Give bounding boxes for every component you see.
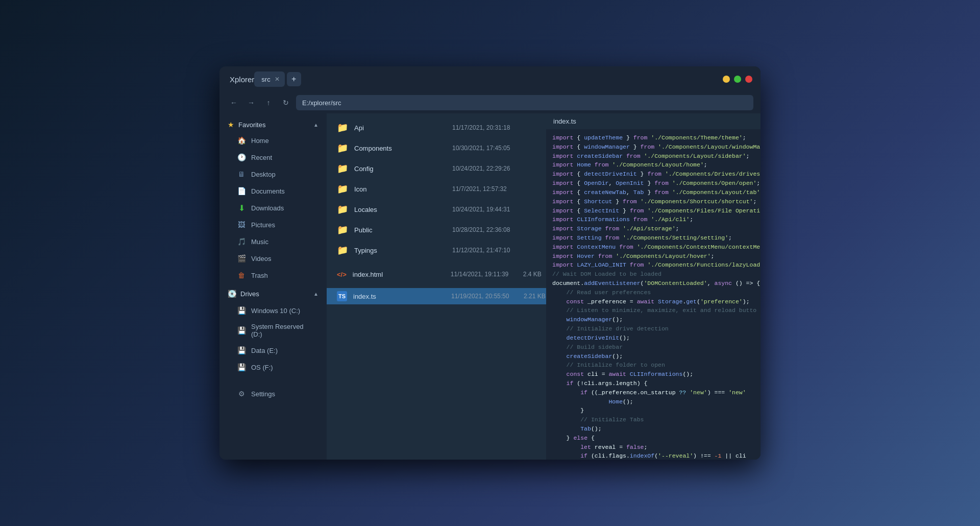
drives-header: 💽 Drives ▲ — [219, 285, 327, 302]
code-line: // Initialize drive detection — [552, 324, 754, 333]
forward-button[interactable]: → — [244, 95, 258, 110]
code-line: // Read user preferences — [552, 288, 754, 297]
settings-item[interactable]: ⚙ Settings — [223, 386, 324, 402]
code-line: const _preference = await Storage.get('p… — [552, 297, 754, 306]
minimize-button[interactable] — [723, 76, 730, 83]
file-date: 10/24/2021, 22:29:26 — [452, 165, 519, 172]
file-row-locales[interactable]: 📁 Locales 10/24/2021, 19:44:31 File Fold… — [327, 199, 546, 220]
code-line: import LAZY_LOAD_INIT from './Components… — [552, 260, 754, 270]
add-tab-button[interactable]: + — [287, 72, 301, 86]
file-date: 10/24/2021, 19:44:31 — [452, 206, 519, 213]
sidebar-item-recent[interactable]: 🕐 Recent — [223, 149, 324, 165]
file-date: 11/12/2021, 21:47:10 — [452, 247, 519, 254]
code-line: } else { — [552, 434, 754, 443]
file-row-public[interactable]: 📁 Public 10/28/2021, 22:36:08 File Folde… — [327, 220, 546, 240]
file-row-icon[interactable]: 📁 Icon 11/7/2021, 12:57:32 File Folder — [327, 179, 546, 199]
file-row-components[interactable]: 📁 Components 10/30/2021, 17:45:05 File F… — [327, 138, 546, 158]
sidebar-item-videos[interactable]: 🎬 Videos — [223, 250, 324, 267]
code-line: createSidebar(); — [552, 352, 754, 361]
back-button[interactable]: ← — [227, 95, 241, 110]
refresh-button[interactable]: ↻ — [279, 95, 293, 110]
sidebar-item-sysreserved[interactable]: 💾 System Reserved (D:) — [223, 319, 324, 342]
code-line: if ((_preference.on_startup ?? 'new') ==… — [552, 388, 754, 397]
sidebar-label-os: OS (F:) — [251, 364, 273, 371]
main-window: Xplorer src ✕ + ← → ↑ ↻ — [219, 66, 761, 460]
content-area: ★ Favorites ▲ 🏠 Home 🕐 Recent 🖥 Desktop … — [219, 113, 761, 460]
file-date: 11/17/2021, 20:31:18 — [452, 124, 519, 131]
sidebar: ★ Favorites ▲ 🏠 Home 🕐 Recent 🖥 Desktop … — [219, 113, 327, 460]
file-list: 📁 Api 11/17/2021, 20:31:18 File Folder 📁… — [327, 113, 546, 460]
sidebar-label-windows10: Windows 10 (C:) — [251, 307, 300, 315]
toolbar: ← → ↑ ↻ — [219, 92, 761, 113]
drives-label: Drives — [240, 290, 259, 298]
code-line: // Build sidebar — [552, 343, 754, 352]
code-line: document.addEventListener('DOMContentLoa… — [552, 279, 754, 288]
window-controls — [723, 76, 752, 83]
titlebar: Xplorer src ✕ + — [219, 66, 761, 92]
file-name: index.ts — [353, 293, 445, 300]
code-line: // Initialize folder to open — [552, 361, 754, 370]
documents-icon: 📄 — [237, 186, 246, 196]
tab-label: src — [261, 76, 270, 83]
sidebar-item-desktop[interactable]: 🖥 Desktop — [223, 166, 324, 182]
favorites-label: Favorites — [238, 121, 265, 129]
sidebar-label-data: Data (E:) — [251, 347, 278, 354]
recent-icon: 🕐 — [237, 153, 246, 162]
sidebar-item-downloads[interactable]: ⬇ Downloads — [223, 200, 324, 216]
downloads-icon: ⬇ — [237, 203, 246, 212]
file-name: Components — [354, 145, 446, 152]
sidebar-item-trash[interactable]: 🗑 Trash — [223, 267, 324, 283]
folder-icon: 📁 — [337, 142, 348, 154]
sidebar-item-documents[interactable]: 📄 Documents — [223, 183, 324, 199]
file-row-indexts[interactable]: TS index.ts 11/19/2021, 20:55:50 2.21 KB… — [327, 288, 546, 304]
up-button[interactable]: ↑ — [261, 95, 276, 110]
sidebar-item-data[interactable]: 💾 Data (E:) — [223, 342, 324, 358]
music-icon: 🎵 — [237, 237, 246, 246]
pictures-icon: 🖼 — [237, 220, 246, 229]
code-view: import { updateTheme } from './Component… — [546, 129, 761, 460]
ts-file-icon: TS — [337, 291, 347, 301]
code-line: // Wait DOM Loaded to be loaded — [552, 270, 754, 279]
sidebar-item-home[interactable]: 🏠 Home — [223, 132, 324, 149]
close-button[interactable] — [745, 76, 752, 83]
file-name: Typings — [354, 247, 446, 254]
code-line: import { detectDriveInit } from './Compo… — [552, 170, 754, 179]
settings-icon: ⚙ — [237, 389, 246, 398]
folder-icon: 📁 — [337, 204, 348, 215]
file-date: 11/19/2021, 20:55:50 — [451, 293, 518, 300]
file-row-api[interactable]: 📁 Api 11/17/2021, 20:31:18 File Folder — [327, 117, 546, 138]
code-line: // Initialize Tabs — [552, 415, 754, 424]
sidebar-item-music[interactable]: 🎵 Music — [223, 233, 324, 250]
sidebar-label-trash: Trash — [251, 272, 268, 279]
settings-label: Settings — [251, 390, 275, 398]
sysreserved-drive-icon: 💾 — [237, 326, 246, 335]
code-line: import Hover from './Components/Layout/h… — [552, 252, 754, 261]
home-icon: 🏠 — [237, 136, 246, 145]
tab-close-icon[interactable]: ✕ — [275, 76, 280, 83]
file-row-config[interactable]: 📁 Config 10/24/2021, 22:29:26 File Folde… — [327, 158, 546, 179]
sidebar-label-home: Home — [251, 137, 269, 145]
sidebar-item-windows10[interactable]: 💾 Windows 10 (C:) — [223, 302, 324, 319]
file-name: Icon — [354, 185, 446, 193]
code-line: detectDriveInit(); — [552, 333, 754, 343]
videos-icon: 🎬 — [237, 254, 246, 263]
path-input[interactable] — [296, 95, 753, 110]
sidebar-label-desktop: Desktop — [251, 171, 276, 178]
sidebar-label-music: Music — [251, 238, 268, 246]
file-row-indexhtml[interactable]: </> index.html 11/14/2021, 19:11:39 2.4 … — [327, 260, 546, 288]
data-drive-icon: 💾 — [237, 346, 246, 355]
sidebar-item-pictures[interactable]: 🖼 Pictures — [223, 217, 324, 233]
tab-src[interactable]: src ✕ — [254, 71, 284, 87]
code-line: if (!cli.args.length) { — [552, 379, 754, 388]
code-line: import ContextMenu from './Components/Co… — [552, 243, 754, 252]
code-line: import CLIInformations from './Api/cli'; — [552, 215, 754, 224]
file-row-typings[interactable]: 📁 Typings 11/12/2021, 21:47:10 File Fold… — [327, 240, 546, 260]
file-size: 2.21 KB — [524, 293, 546, 300]
sidebar-item-os[interactable]: 💾 OS (F:) — [223, 359, 324, 375]
file-date: 10/28/2021, 22:36:08 — [452, 226, 519, 233]
code-line: import createSidebar from './Components/… — [552, 152, 754, 161]
code-line: } — [552, 406, 754, 415]
code-line: import { SelectInit } from './Components… — [552, 206, 754, 216]
file-size: 2.4 KB — [523, 271, 546, 278]
maximize-button[interactable] — [734, 76, 741, 83]
